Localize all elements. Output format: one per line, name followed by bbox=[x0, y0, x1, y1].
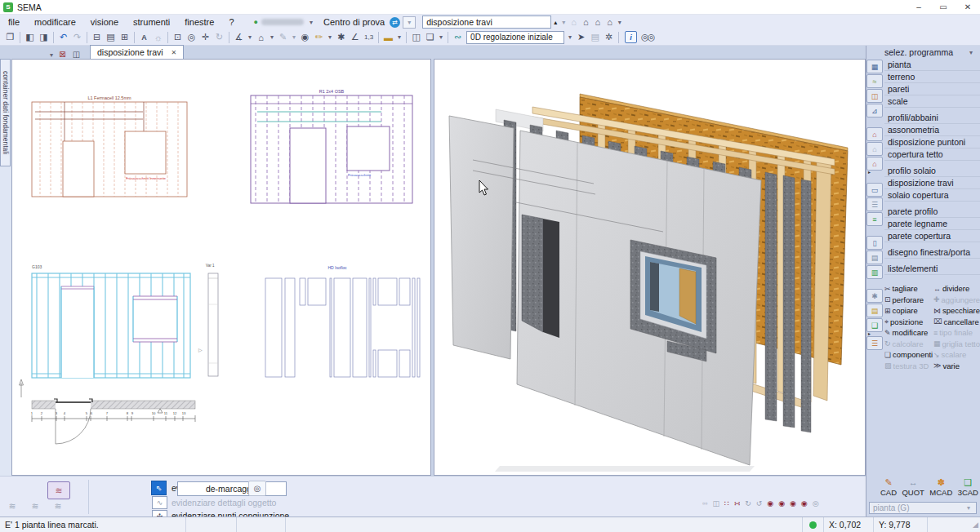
profili-icon[interactable]: ⌂ bbox=[866, 127, 883, 141]
mark-remove-icon[interactable]: ◨ bbox=[38, 32, 50, 42]
visibility-icon[interactable]: ◉ bbox=[299, 32, 311, 42]
menu-help[interactable]: ? bbox=[229, 17, 234, 27]
sidebar-item-parete-copertura[interactable]: parete copertura bbox=[884, 230, 980, 242]
sidebar-item-solaio-copertura[interactable]: solaio copertura bbox=[884, 189, 980, 202]
sidebar-item-terreno[interactable]: terreno bbox=[884, 71, 980, 83]
zoom-icon[interactable]: ◎ bbox=[185, 32, 198, 42]
sidebar-item-scale[interactable]: scale bbox=[884, 95, 980, 108]
sidebar-item-pianta[interactable]: pianta bbox=[884, 59, 980, 71]
binoculars-icon[interactable]: ◎◎ bbox=[641, 32, 653, 42]
highlight-objects-toggle[interactable]: ⇖ bbox=[151, 481, 167, 495]
maximize-button[interactable]: ▭ bbox=[931, 0, 956, 15]
layout-caret[interactable]: ▾ bbox=[439, 33, 443, 41]
layer-option2-icon[interactable]: ≋ bbox=[26, 501, 44, 512]
marker-icon[interactable]: ▬ bbox=[382, 33, 394, 42]
scale-icon[interactable]: ⊿ bbox=[866, 104, 883, 117]
blocco-3d-icon[interactable]: ❑ bbox=[866, 318, 883, 332]
undo-icon[interactable]: ↶ bbox=[57, 32, 69, 42]
highlight-details-toggle[interactable]: ∿ bbox=[152, 496, 167, 509]
gear-icon[interactable]: ✲ bbox=[603, 32, 615, 42]
copertura-tetto-icon[interactable]: ⌂ bbox=[866, 157, 883, 171]
home-link-icon[interactable]: ⌂ bbox=[607, 17, 612, 27]
terreno-icon[interactable]: ≈ bbox=[866, 74, 883, 88]
eye-frame1-icon[interactable]: ◉ bbox=[790, 499, 796, 508]
user-name-redacted[interactable] bbox=[261, 19, 304, 25]
profilo-solaio-icon[interactable]: ▭ bbox=[866, 183, 883, 197]
pan-icon[interactable]: ✛ bbox=[199, 32, 212, 42]
drawing-plan-dimensions[interactable]: 1 2 3 4 5 6 7 8 9 10 11 12 13 bbox=[31, 399, 195, 444]
drawing-d-isofloc[interactable]: HD Isofloc bbox=[265, 265, 420, 377]
eye-frame2-icon[interactable]: ◉ bbox=[801, 499, 808, 508]
pencil-icon[interactable]: ✏ bbox=[313, 32, 325, 42]
zoom-window-icon[interactable]: ⊡ bbox=[172, 32, 184, 42]
sidebar-item-disposizione-travi[interactable]: disposizione travi bbox=[884, 177, 980, 189]
rotate-cw-icon[interactable]: ↻ bbox=[745, 499, 751, 508]
sidebar-item-pareti[interactable]: pareti bbox=[884, 83, 980, 95]
tool-varie[interactable]: ≫varie bbox=[933, 361, 980, 372]
parete-copertura-icon[interactable]: ▥ bbox=[866, 265, 883, 279]
measure-caret[interactable]: ▾ bbox=[248, 33, 252, 41]
view-home-icon[interactable]: ⌂ bbox=[255, 33, 267, 42]
mode-3cad[interactable]: ❑3CAD bbox=[958, 477, 978, 497]
mode-cad[interactable]: ✎CAD bbox=[880, 477, 897, 497]
block-flyout-arrow[interactable]: ▸ bbox=[866, 333, 884, 335]
menu-file[interactable]: file bbox=[8, 17, 20, 27]
home-view2-icon[interactable]: ⌂ bbox=[595, 17, 601, 27]
menu-visione[interactable]: visione bbox=[91, 17, 118, 27]
sidebar-item-parete-profilo[interactable]: parete profilo bbox=[884, 206, 980, 218]
tab-container-dati-fondamentali[interactable]: container dati fondamentali bbox=[0, 59, 11, 166]
resize-grip[interactable]: ◢ bbox=[973, 521, 980, 529]
tab-disposizione-travi[interactable]: disposizione travi ✕ bbox=[90, 45, 184, 59]
view-combo-caret[interactable]: ▾ bbox=[562, 19, 565, 26]
tool-dividere[interactable]: ↔dividere bbox=[933, 283, 980, 295]
grid-window-icon[interactable]: ◫ bbox=[410, 32, 422, 42]
eye-off-icon[interactable]: ◎ bbox=[813, 499, 819, 508]
drawing-panel-2d[interactable]: L1 Fermacell 12.5mm Fräsausschnitt Innen… bbox=[11, 59, 431, 476]
project-label[interactable]: Centro di prova bbox=[323, 17, 385, 27]
drawing-c-framing[interactable]: G103 bbox=[20, 264, 191, 397]
settings-pencil-icon[interactable]: ✱ bbox=[335, 32, 347, 42]
minimize-button[interactable]: – bbox=[906, 0, 931, 15]
close-button[interactable]: ✕ bbox=[956, 0, 980, 15]
sidebar-item-disegno-finestra-porta[interactable]: disegno finestra/porta bbox=[884, 246, 980, 259]
tool-cancellare[interactable]: ⌧cancellare bbox=[933, 317, 980, 328]
points-orange-icon[interactable]: ∺ bbox=[734, 499, 741, 508]
de-marcaggio-button[interactable]: de-marcaggio bbox=[177, 481, 287, 496]
view-combo[interactable]: disposizione travi bbox=[422, 16, 551, 29]
open-project-icon[interactable]: ❐ bbox=[4, 32, 16, 42]
assonometria-icon[interactable]: ⌂ bbox=[866, 142, 883, 156]
disposizione-travi-icon[interactable]: ☰ bbox=[866, 197, 883, 211]
close-window-icon[interactable]: ⊠ bbox=[56, 50, 69, 59]
layer-option1-icon[interactable]: ≋ bbox=[3, 501, 21, 512]
user-menu-caret[interactable]: ▾ bbox=[310, 19, 313, 26]
plot-icon[interactable]: ⊞ bbox=[118, 32, 131, 42]
home-view-icon[interactable]: ⌂ bbox=[583, 17, 589, 27]
home-caret[interactable]: ▾ bbox=[618, 19, 621, 26]
menu-finestre[interactable]: finestre bbox=[185, 17, 214, 27]
tab-list-caret[interactable]: ▾ bbox=[50, 51, 53, 59]
mode-mcad[interactable]: ✽MCAD bbox=[929, 477, 952, 497]
select-box-icon[interactable]: ◫ bbox=[712, 499, 719, 508]
layer-mode-selected-button[interactable]: ≋ bbox=[47, 481, 70, 499]
rotate-ccw-icon[interactable]: ↺ bbox=[756, 499, 763, 508]
tool-componenti[interactable]: ❏componenti bbox=[884, 349, 933, 361]
mark-add-icon[interactable]: ◧ bbox=[24, 32, 36, 42]
points-red-icon[interactable]: ∷ bbox=[724, 499, 729, 508]
drawing-var-section[interactable]: Var 1 ▷ bbox=[198, 264, 218, 376]
liste-giallo-icon[interactable]: ▤ bbox=[866, 304, 883, 317]
project-dropdown[interactable]: ▾ bbox=[403, 16, 416, 29]
barre-icon[interactable]: ☰ bbox=[866, 336, 883, 350]
menu-modificare[interactable]: modificare bbox=[34, 17, 76, 27]
view-home-caret[interactable]: ▾ bbox=[270, 33, 274, 41]
sync-icon[interactable]: ⇄ bbox=[390, 17, 400, 28]
drawing-a-fermacell[interactable]: L1 Fermacell 12.5mm Fräsausschnitt Innen… bbox=[32, 95, 187, 197]
layout-panes-icon[interactable]: ❏ bbox=[424, 32, 436, 42]
pareti-icon[interactable]: ◫ bbox=[866, 89, 883, 103]
layer-option3-icon[interactable]: ≋ bbox=[49, 501, 67, 512]
drawing-b-osb[interactable]: R1 2x4 OSB Fräsausschnitt bbox=[251, 89, 412, 203]
program-selector-header[interactable]: selez. programma ▾ bbox=[866, 46, 980, 59]
sidebar-item-profili-abbaini[interactable]: profili/abbaini bbox=[884, 112, 980, 124]
solaio-copertura-icon[interactable]: ≡ bbox=[866, 212, 883, 226]
init-combo-caret[interactable]: ▾ bbox=[568, 33, 572, 41]
eye2-icon[interactable]: ◉ bbox=[778, 499, 785, 508]
